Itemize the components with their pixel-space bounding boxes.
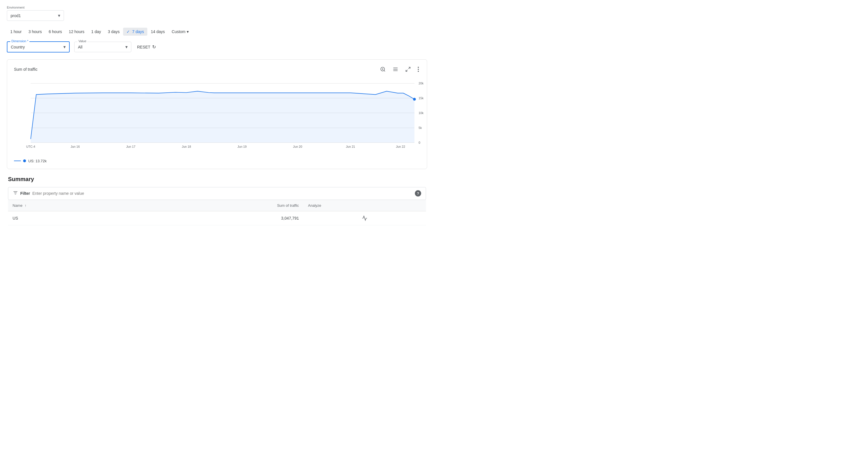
col-traffic-header: Sum of traffic <box>134 200 303 211</box>
svg-marker-30 <box>31 91 414 143</box>
filter-input[interactable] <box>32 191 412 196</box>
value-value: All <box>78 45 83 49</box>
cell-traffic: 3,047,791 <box>134 211 303 225</box>
value-dropdown[interactable]: Value All ▾ <box>74 42 131 52</box>
svg-point-11 <box>418 71 419 72</box>
environment-section: Environment prod1 ▾ <box>7 6 427 21</box>
svg-line-8 <box>406 70 408 72</box>
sort-asc-icon: ↑ <box>25 204 26 208</box>
help-icon[interactable]: ? <box>415 190 421 197</box>
svg-text:UTC-4: UTC-4 <box>26 145 35 148</box>
time-btn-6hours[interactable]: 6 hours <box>45 28 65 36</box>
chevron-down-icon: ▾ <box>58 13 60 18</box>
legend-icon-button[interactable] <box>392 65 399 73</box>
time-btn-3hours[interactable]: 3 hours <box>25 28 45 36</box>
svg-text:0: 0 <box>418 141 420 144</box>
svg-line-1 <box>384 70 385 72</box>
page-container: Environment prod1 ▾ 1 hour 3 hours 6 hou… <box>0 0 434 231</box>
chevron-down-icon: ▾ <box>125 44 128 49</box>
chart-card: Sum of traffic <box>7 59 427 169</box>
cell-name: US <box>8 211 134 225</box>
svg-text:20k: 20k <box>418 81 424 85</box>
filter-label: Filter <box>20 191 30 196</box>
fullscreen-icon-button[interactable] <box>404 65 412 73</box>
table-row: US3,047,791 <box>8 211 426 225</box>
check-icon: ✓ <box>126 29 131 34</box>
zoom-icon-button[interactable] <box>379 65 387 73</box>
chart-actions <box>379 65 420 73</box>
legend-line-indicator <box>14 161 21 161</box>
chart-title: Sum of traffic <box>14 67 37 72</box>
dimension-label: Dimension * <box>10 39 29 43</box>
svg-text:Jun 19: Jun 19 <box>238 145 247 148</box>
svg-text:Jun 17: Jun 17 <box>126 145 135 148</box>
svg-text:5k: 5k <box>418 126 422 130</box>
svg-text:Jun 18: Jun 18 <box>182 145 191 148</box>
time-btn-12hours[interactable]: 12 hours <box>65 28 88 36</box>
svg-text:15k: 15k <box>418 96 424 100</box>
legend-label: US: 13.72k <box>28 159 46 163</box>
time-btn-14days[interactable]: 14 days <box>147 28 168 36</box>
dimension-dropdown[interactable]: Dimension * Country ▾ <box>7 41 70 53</box>
svg-text:10k: 10k <box>418 111 424 115</box>
col-analyze-header: Analyze <box>304 200 426 211</box>
traffic-chart: 20k 15k 10k 5k 0 UTC-4 Jun 16 Jun 17 Jun… <box>14 78 420 156</box>
filter-icon <box>13 190 18 197</box>
summary-title: Summary <box>8 176 426 182</box>
legend-dot-indicator <box>23 160 26 162</box>
environment-value: prod1 <box>10 13 21 18</box>
refresh-icon: ↻ <box>152 44 156 49</box>
dimension-value: Country <box>11 45 25 49</box>
environment-dropdown[interactable]: prod1 ▾ <box>7 10 64 21</box>
summary-table: Name ↑ Sum of traffic Analyze US3,047,79… <box>8 200 426 225</box>
svg-text:Jun 16: Jun 16 <box>70 145 80 148</box>
filter-bar: Filter ? <box>8 187 426 200</box>
analyze-button[interactable] <box>308 215 422 221</box>
custom-label: Custom <box>172 29 185 34</box>
col-name-header: Name ↑ <box>8 200 134 211</box>
chevron-down-icon: ▾ <box>187 29 189 34</box>
svg-text:Jun 20: Jun 20 <box>293 145 302 148</box>
chart-area: 20k 15k 10k 5k 0 UTC-4 Jun 16 Jun 17 Jun… <box>14 78 420 157</box>
chart-endpoint-dot <box>413 98 416 101</box>
svg-text:Jun 22: Jun 22 <box>396 145 405 148</box>
environment-label: Environment <box>7 6 427 9</box>
value-label: Value <box>78 39 87 43</box>
time-btn-1hour[interactable]: 1 hour <box>7 28 25 36</box>
summary-section: Summary Filter ? Name ↑ Sum o <box>7 176 427 225</box>
time-btn-custom[interactable]: Custom ▾ <box>168 28 192 36</box>
svg-text:Jun 21: Jun 21 <box>346 145 355 148</box>
filters-row: Dimension * Country ▾ Value All ▾ RESET … <box>7 41 427 53</box>
time-btn-1day[interactable]: 1 day <box>88 28 104 36</box>
table-header-row: Name ↑ Sum of traffic Analyze <box>8 200 426 211</box>
time-btn-7days[interactable]: ✓ 7 days <box>123 28 147 36</box>
chevron-down-icon: ▾ <box>63 44 66 49</box>
svg-line-7 <box>409 67 410 69</box>
svg-point-10 <box>418 69 419 70</box>
time-btn-3days[interactable]: 3 days <box>104 28 123 36</box>
chart-header: Sum of traffic <box>14 65 420 73</box>
more-options-button[interactable] <box>416 66 420 73</box>
chart-legend: US: 13.72k <box>14 159 420 163</box>
svg-point-9 <box>418 67 419 68</box>
reset-label: RESET <box>137 45 151 49</box>
time-range-bar: 1 hour 3 hours 6 hours 12 hours 1 day 3 … <box>7 28 427 36</box>
cell-analyze <box>304 211 426 225</box>
reset-button[interactable]: RESET ↻ <box>136 42 157 52</box>
